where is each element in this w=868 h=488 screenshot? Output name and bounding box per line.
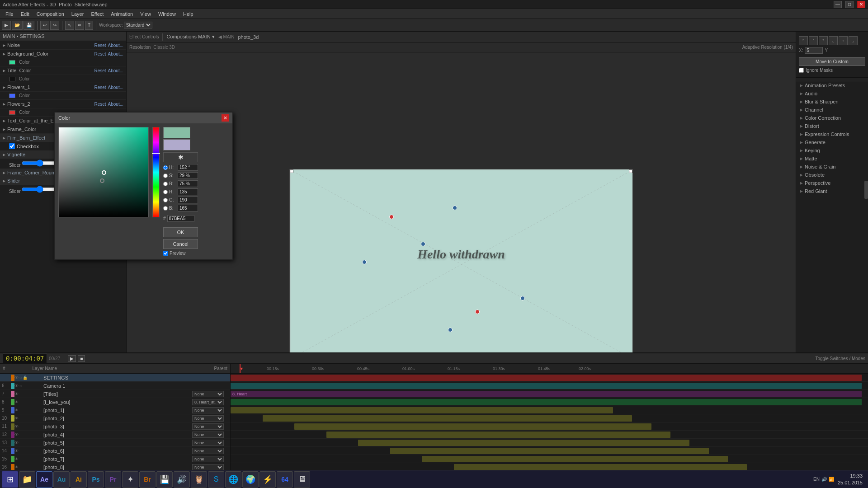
iloveyou-parent-select[interactable]: None 8. Heart_at... (192, 399, 224, 405)
taskbar-audition[interactable]: Au (53, 471, 70, 488)
layer-settings[interactable]: 👁 ○ 🔒 SETTINGS (0, 374, 230, 382)
layer-photo4[interactable]: 12 👁 [photo_4] None (0, 431, 230, 439)
hex-input[interactable] (167, 215, 194, 222)
x-input[interactable] (805, 47, 823, 54)
section-red-giant[interactable]: ▶ Red Giant (796, 187, 868, 195)
layer-titles[interactable]: 7 👁 [Titles] None (0, 390, 230, 398)
photo2-parent[interactable]: None (192, 415, 224, 422)
taskbar-extra5[interactable]: 64 (277, 471, 293, 488)
photo5-parent[interactable]: None (192, 440, 224, 446)
menu-view[interactable]: View (137, 11, 155, 17)
layer-camera1[interactable]: 6 👁 ○ Camera 1 (0, 382, 230, 390)
photo3-parent[interactable]: None (192, 423, 224, 430)
taskbar-extra6[interactable]: 🖥 (294, 471, 310, 488)
title-color-about[interactable]: About... (108, 68, 123, 73)
flowers2-swatch[interactable] (9, 110, 15, 115)
photo7-parent[interactable]: None (192, 456, 224, 462)
menu-window[interactable]: Window (155, 11, 179, 17)
flowers1-swatch[interactable] (9, 94, 15, 98)
eye-icon[interactable]: 👁 (14, 375, 19, 380)
taskbar-explorer[interactable]: 📁 (19, 471, 35, 488)
layer-photo1[interactable]: 9 👁 [photo_1] None (0, 406, 230, 414)
taskbar-extra1[interactable]: ✦ (122, 471, 138, 488)
noise-reset[interactable]: Reset (94, 43, 106, 48)
frame-color-toggle[interactable]: ▶ (3, 127, 5, 131)
toolbar-save[interactable]: 💾 (24, 21, 34, 30)
r-radio[interactable] (163, 190, 168, 194)
move-to-custom-btn[interactable]: Move to Custom (799, 57, 865, 66)
toolbar-pen[interactable]: ✏ (75, 21, 84, 30)
r-input[interactable] (178, 188, 198, 195)
taskbar-illustrator[interactable]: Ai (71, 471, 87, 488)
color-picker-gradient[interactable] (58, 127, 149, 217)
align-mc[interactable]: + (839, 36, 848, 45)
hue-slider[interactable] (152, 127, 160, 217)
comp-tab[interactable]: Compositions MAIN ▾ (166, 34, 214, 40)
bg-color-about[interactable]: About... (108, 52, 123, 56)
photo8-parent[interactable]: None (192, 464, 224, 470)
taskbar-extra2[interactable]: 💾 (156, 471, 173, 488)
b2-input[interactable] (178, 205, 198, 211)
color-dialog-close[interactable]: ✕ (222, 114, 229, 122)
right-scrollbar[interactable] (864, 181, 868, 199)
toolbar-undo[interactable]: ↩ (40, 21, 49, 30)
vignette-slider[interactable] (22, 160, 58, 167)
minimize-btn[interactable]: — (834, 1, 842, 8)
toolbar-text[interactable]: T (85, 21, 93, 30)
align-ml[interactable]: ⌞ (829, 36, 838, 45)
flowers2-about[interactable]: About... (108, 102, 123, 107)
layer-photo6[interactable]: 14 👁 [photo_6] None (0, 447, 230, 455)
section-matte[interactable]: ▶ Matte (796, 155, 868, 163)
eyedropper-btn[interactable]: ✱ (163, 152, 198, 162)
timeline-play-btn[interactable]: ▶ (68, 355, 76, 362)
section-expression-controls[interactable]: ▶ Expression Controls (796, 130, 868, 138)
toolbar-redo[interactable]: ↪ (50, 21, 59, 30)
taskbar-premiere[interactable]: Pr (105, 471, 121, 488)
timeline-stop-btn[interactable]: ■ (78, 355, 85, 362)
lock-icon[interactable]: 🔒 (23, 375, 28, 380)
photo3d-tab[interactable]: photo_3d (238, 34, 259, 40)
align-tl[interactable]: ⌜ (799, 36, 808, 45)
photo1-parent[interactable]: None (192, 407, 224, 413)
ok-btn[interactable]: OK (163, 227, 198, 237)
timecode-display[interactable]: 0:00:04:07 (3, 353, 47, 363)
section-color-correction[interactable]: ▶ Color Correction (796, 114, 868, 122)
menu-file[interactable]: File (2, 11, 17, 17)
film-burn-checkbox[interactable] (9, 143, 15, 149)
preview-checkbox[interactable] (163, 251, 168, 256)
layer-photo3[interactable]: 11 👁 [photo_3] None (0, 422, 230, 431)
bg-color-reset[interactable]: Reset (94, 52, 106, 56)
g-radio[interactable] (163, 198, 168, 202)
section-distort[interactable]: ▶ Distort (796, 122, 868, 130)
text-end-toggle[interactable]: ▶ (3, 119, 5, 123)
align-tc[interactable]: ⌃ (809, 36, 818, 45)
cancel-btn[interactable]: Cancel (163, 239, 198, 249)
menu-composition[interactable]: Composition (33, 11, 68, 17)
main-tab[interactable]: ◀ MAIN (218, 34, 235, 39)
s-input[interactable] (178, 172, 198, 179)
flowers2-reset[interactable]: Reset (94, 102, 106, 107)
section-animation-presets[interactable]: ▶ Animation Presets (796, 81, 868, 89)
menu-help[interactable]: Help (179, 11, 197, 17)
h-input[interactable] (178, 164, 198, 171)
flowers1-reset[interactable]: Reset (94, 85, 106, 90)
section-obsolete[interactable]: ▶ Obsolete (796, 171, 868, 179)
close-btn[interactable]: ✕ (857, 1, 865, 8)
taskbar-bridge[interactable]: Br (139, 471, 156, 488)
taskbar-extra3[interactable]: 🔊 (174, 471, 190, 488)
title-color-toggle[interactable]: ▶ (3, 69, 5, 73)
taskbar-photoshop[interactable]: Ps (88, 471, 104, 488)
corner-tl[interactable] (290, 169, 293, 173)
toolbar-select[interactable]: ↖ (65, 21, 74, 30)
layer-photo2[interactable]: 10 👁 [photo_2] None (0, 414, 230, 422)
taskbar-skype[interactable]: S (208, 471, 224, 488)
taskbar-ae[interactable]: Ae (36, 471, 52, 488)
section-generate[interactable]: ▶ Generate (796, 138, 868, 146)
section-perspective[interactable]: ▶ Perspective (796, 179, 868, 187)
flowers2-toggle[interactable]: ▶ (3, 102, 5, 106)
section-blur-sharpen[interactable]: ▶ Blur & Sharpen (796, 98, 868, 106)
network-icon[interactable]: 📶 (829, 477, 834, 482)
b2-radio[interactable] (163, 206, 168, 211)
ignore-masks-checkbox[interactable] (799, 68, 804, 73)
section-audio[interactable]: ▶ Audio (796, 89, 868, 98)
